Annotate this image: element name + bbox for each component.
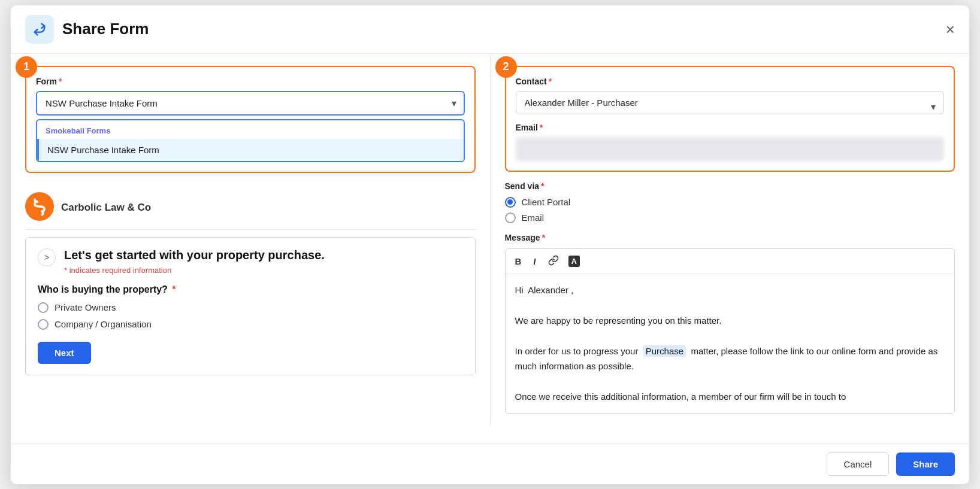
- dropdown-item-0[interactable]: NSW Purchase Intake Form: [37, 139, 464, 161]
- radio-option-0[interactable]: Private Owners: [38, 302, 463, 313]
- modal-header: Share Form ×: [11, 5, 969, 54]
- font-button[interactable]: A: [568, 256, 580, 267]
- firm-logo: [25, 192, 54, 223]
- send-via-email[interactable]: Email: [505, 212, 955, 223]
- message-required-star: *: [542, 233, 545, 242]
- message-line-0: Hi Alexander ,: [515, 283, 945, 298]
- radio-circle-1: [38, 319, 49, 330]
- radio-option-1[interactable]: Company / Organisation: [38, 319, 463, 330]
- form-field-label: Form*: [36, 77, 465, 86]
- bold-button[interactable]: B: [513, 255, 524, 268]
- cancel-button[interactable]: Cancel: [827, 452, 890, 476]
- dropdown-group-label: Smokeball Forms: [37, 120, 464, 139]
- send-via-section: Send via* Client Portal Email: [505, 181, 955, 223]
- modal-footer: Cancel Share: [11, 444, 969, 484]
- italic-button[interactable]: I: [531, 255, 538, 268]
- email-field-blurred: [516, 137, 945, 161]
- question-label: Who is buying the property? *: [38, 284, 463, 295]
- message-label: Message*: [505, 233, 955, 242]
- step-badge-1: 1: [16, 56, 37, 78]
- form-preview-header: Carbolic Law & Co: [25, 186, 476, 230]
- form-section-box: 1 Form* NSW Purchase Intake Form ▾ Smoke…: [25, 66, 476, 173]
- next-button[interactable]: Next: [38, 342, 91, 364]
- contact-required-star: *: [549, 77, 552, 86]
- message-line-3: Once we receive this additional informat…: [515, 389, 945, 405]
- form-heading-row: > Let's get started with your property p…: [38, 248, 463, 284]
- contact-section-box: 2 Contact* Alexander Miller - Purchaser …: [505, 66, 955, 172]
- contact-field-label: Contact*: [516, 77, 945, 86]
- radio-filled-inner: [507, 199, 513, 205]
- firm-name: Carbolic Law & Co: [61, 202, 151, 214]
- form-heading-content: Let's get started with your property pur…: [64, 248, 325, 284]
- link-icon: [548, 255, 559, 266]
- form-content-box: > Let's get started with your property p…: [25, 237, 476, 375]
- email-required-star: *: [540, 123, 543, 132]
- message-body[interactable]: Hi Alexander , We are happy to be repres…: [506, 274, 955, 413]
- link-button[interactable]: [546, 254, 561, 269]
- close-button[interactable]: ×: [946, 22, 955, 37]
- form-required-star: *: [59, 77, 62, 86]
- expand-button[interactable]: >: [38, 248, 56, 266]
- form-preview: Carbolic Law & Co > Let's get started wi…: [25, 180, 476, 375]
- share-icon: [31, 21, 48, 38]
- modal-body: 1 Form* NSW Purchase Intake Form ▾ Smoke…: [11, 54, 969, 426]
- email-field-label: Email*: [516, 123, 945, 132]
- send-via-label: Send via*: [505, 181, 955, 191]
- share-icon-box: [25, 15, 54, 44]
- firm-logo-svg: [25, 192, 54, 221]
- question-required-star: *: [172, 284, 176, 294]
- required-note: * indicates required information: [64, 266, 325, 275]
- message-line-2: In order for us to progress your Purchas…: [515, 344, 945, 374]
- radio-filled-icon: [505, 197, 516, 208]
- message-section: Message* B I A: [505, 233, 955, 414]
- share-form-modal: Share Form × 1 Form* NSW Purchase Intake…: [11, 5, 969, 484]
- radio-circle-0: [38, 302, 49, 313]
- contact-select[interactable]: Alexander Miller - Purchaser: [516, 91, 945, 114]
- send-via-client-portal[interactable]: Client Portal: [505, 197, 955, 208]
- message-editor[interactable]: B I A Hi Alexander , We ar: [505, 248, 955, 414]
- left-panel: 1 Form* NSW Purchase Intake Form ▾ Smoke…: [11, 54, 491, 426]
- share-button[interactable]: Share: [896, 452, 955, 476]
- right-panel: 2 Contact* Alexander Miller - Purchaser …: [491, 54, 970, 426]
- message-toolbar: B I A: [506, 249, 955, 274]
- send-via-required-star: *: [541, 181, 544, 191]
- modal-title: Share Form: [62, 20, 149, 38]
- form-dropdown-open[interactable]: Smokeball Forms NSW Purchase Intake Form: [36, 119, 465, 162]
- message-line-1: We are happy to be representing you on t…: [515, 313, 945, 329]
- highlight-purchase: Purchase: [643, 345, 686, 357]
- radio-empty-icon: [505, 212, 516, 223]
- form-select-wrapper[interactable]: NSW Purchase Intake Form ▾: [36, 91, 465, 116]
- step-badge-2: 2: [495, 56, 517, 78]
- form-select[interactable]: NSW Purchase Intake Form: [36, 91, 465, 116]
- contact-select-wrapper[interactable]: Alexander Miller - Purchaser ▾: [516, 91, 945, 123]
- form-heading: Let's get started with your property pur…: [64, 248, 325, 262]
